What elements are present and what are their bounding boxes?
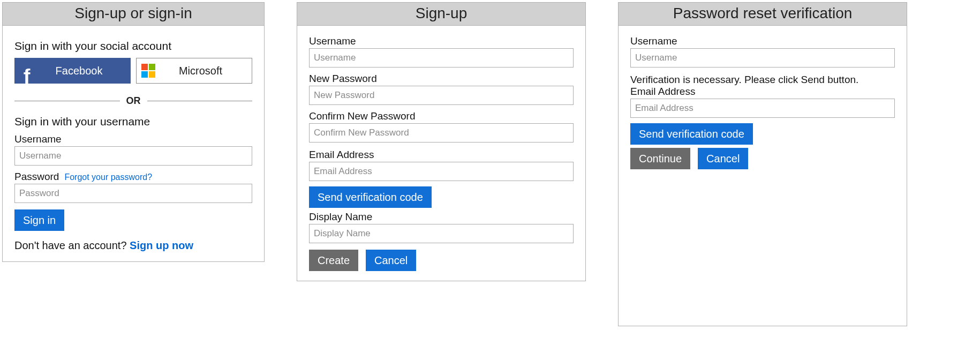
no-account-text: Don't have an account? xyxy=(14,239,130,251)
or-text: OR xyxy=(126,95,141,107)
or-separator: OR xyxy=(14,95,252,107)
signup-title: Sign-up xyxy=(297,3,585,26)
reset-cancel-button[interactable]: Cancel xyxy=(698,148,748,169)
continue-button[interactable]: Continue xyxy=(630,148,690,169)
signup-now-link[interactable]: Sign up now xyxy=(130,239,193,251)
display-label: Display Name xyxy=(309,211,372,223)
username-label: Username xyxy=(14,133,62,145)
reset-username-input[interactable] xyxy=(630,48,895,68)
local-heading: Sign in with your username xyxy=(14,115,252,128)
signup-username-input[interactable] xyxy=(309,48,574,68)
password-label: Password xyxy=(14,171,59,183)
forgot-password-link[interactable]: Forgot your password? xyxy=(64,172,152,182)
social-heading: Sign in with your social account xyxy=(14,40,252,52)
facebook-label: Facebook xyxy=(39,65,130,77)
facebook-icon: f xyxy=(15,58,39,83)
signup-panel: Sign-up Username New Password Confirm Ne… xyxy=(297,2,586,281)
signup-email-label: Email Address xyxy=(309,149,374,161)
reset-email-input[interactable] xyxy=(630,99,895,118)
microsoft-icon xyxy=(137,58,160,83)
display-input[interactable] xyxy=(309,224,574,243)
confirmpw-input[interactable] xyxy=(309,123,574,142)
newpw-input[interactable] xyxy=(309,86,574,105)
signup-username-label: Username xyxy=(309,35,356,47)
signup-email-input[interactable] xyxy=(309,162,574,181)
signup-send-code-button[interactable]: Send verification code xyxy=(309,186,432,208)
reset-send-code-button[interactable]: Send verification code xyxy=(630,123,753,145)
reset-info-text: Verification is necessary. Please click … xyxy=(630,74,895,86)
microsoft-button[interactable]: Microsoft xyxy=(136,58,252,84)
signin-button[interactable]: Sign in xyxy=(14,209,64,231)
password-input[interactable] xyxy=(14,184,252,203)
reset-username-label: Username xyxy=(630,35,677,47)
newpw-label: New Password xyxy=(309,73,377,85)
signin-panel: Sign-up or sign-in Sign in with your soc… xyxy=(2,2,265,262)
create-button[interactable]: Create xyxy=(309,250,358,271)
microsoft-label: Microsoft xyxy=(160,65,252,77)
reset-email-label: Email Address xyxy=(630,86,695,98)
reset-panel: Password reset verification Username Ver… xyxy=(618,2,907,326)
confirmpw-label: Confirm New Password xyxy=(309,110,416,122)
signin-title: Sign-up or sign-in xyxy=(3,3,264,26)
facebook-button[interactable]: f Facebook xyxy=(14,58,131,84)
username-input[interactable] xyxy=(14,146,252,166)
signup-cancel-button[interactable]: Cancel xyxy=(366,250,416,271)
reset-title: Password reset verification xyxy=(619,3,907,26)
